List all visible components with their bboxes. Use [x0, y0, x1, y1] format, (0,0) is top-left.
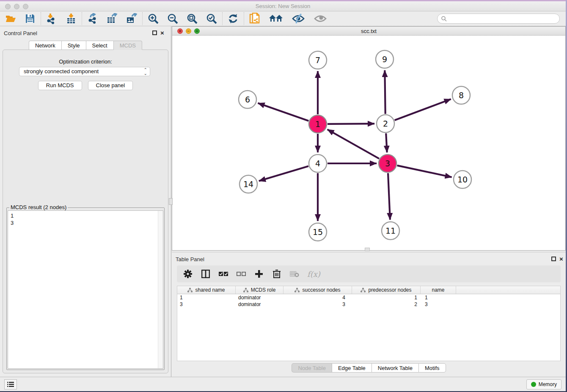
float-table-panel-icon[interactable] — [551, 257, 556, 261]
cell-name: 3 — [421, 301, 456, 308]
graph-edge-1-6[interactable] — [258, 103, 309, 121]
tab-style[interactable]: Style — [61, 41, 86, 50]
function-builder-icon[interactable]: f(x) — [307, 270, 320, 279]
criterion-select[interactable]: strongly connected component ⌃⌄ — [19, 67, 150, 76]
graph-node-label: 7 — [315, 55, 320, 65]
table-panel: Table Panel × f(x) shared n — [172, 252, 566, 377]
mcds-tab-content: Optimization criterion: strongly connect… — [3, 50, 168, 373]
cell-mcds-role: dominator — [236, 301, 284, 308]
tab-network[interactable]: Network — [29, 41, 61, 50]
refresh-icon[interactable] — [228, 13, 239, 24]
search-field[interactable] — [437, 14, 560, 24]
zoom-fit-icon[interactable] — [187, 13, 198, 24]
hierarchy-icon — [187, 288, 193, 293]
graph-edge-3-10[interactable] — [397, 166, 451, 177]
close-table-panel-icon[interactable]: × — [559, 255, 563, 262]
list-icon — [7, 381, 14, 387]
open-session-icon[interactable] — [249, 13, 260, 24]
select-all-checks-icon[interactable] — [218, 269, 228, 279]
mcds-result-title: MCDS result (2 nodes) — [9, 204, 68, 210]
columns-icon[interactable] — [201, 269, 211, 279]
table-panel-title: Table Panel — [176, 256, 204, 262]
control-panel-title: Control Panel — [4, 30, 37, 36]
column-header-mcds-role[interactable]: MCDS role — [236, 286, 284, 294]
cell-successor-nodes: 3 — [284, 301, 352, 308]
graph-edge-3-11[interactable] — [388, 173, 390, 220]
import-network-icon[interactable] — [46, 13, 57, 24]
table-header: shared name MCDS role successor nodes pr… — [177, 286, 560, 294]
graph-node-label: 3 — [385, 159, 390, 168]
app-title: Session: New Session — [0, 3, 566, 9]
float-panel-icon[interactable] — [152, 30, 157, 35]
cell-shared-name: 1 — [177, 294, 236, 301]
table-tabs: Node Table Edge Table Network Table Moti… — [172, 363, 566, 373]
export-network-icon[interactable] — [87, 13, 98, 24]
table-row[interactable]: 3 dominator 3 2 3 — [177, 301, 560, 308]
tab-motifs[interactable]: Motifs — [418, 363, 446, 373]
zoom-selected-icon[interactable] — [206, 13, 217, 24]
column-label: successor nodes — [302, 287, 340, 293]
control-panel-tabs: Network Style Select MCDS — [0, 41, 171, 50]
graph-edge-2-8[interactable] — [395, 99, 451, 120]
column-header-shared-name[interactable]: shared name — [177, 286, 236, 294]
tab-node-table[interactable]: Node Table — [292, 363, 332, 373]
delete-column-icon[interactable] — [272, 269, 282, 279]
graph-edge-2-3[interactable] — [386, 133, 387, 152]
add-column-icon[interactable] — [254, 269, 264, 279]
network-view-window: × − + scc.txt 7961284314101511 — [172, 26, 566, 251]
mcds-result-list[interactable]: 1 3 — [8, 210, 163, 369]
save-icon[interactable] — [25, 13, 36, 24]
column-label: MCDS role — [251, 287, 276, 293]
tab-network-table[interactable]: Network Table — [372, 363, 418, 373]
tab-edge-table[interactable]: Edge Table — [332, 363, 372, 373]
cell-predecessor-nodes: 1 — [352, 294, 421, 301]
column-label: name — [432, 287, 444, 293]
graph-edge-4-14[interactable] — [259, 166, 308, 181]
node-table[interactable]: shared name MCDS role successor nodes pr… — [177, 286, 561, 361]
tab-mcds[interactable]: MCDS — [113, 41, 142, 50]
desktop-edge-top — [0, 0, 567, 1]
optimization-criterion-label: Optimization criterion: — [3, 58, 168, 65]
hide-eye-icon[interactable] — [292, 13, 305, 24]
task-history-button[interactable] — [4, 379, 17, 389]
hierarchy-icon — [243, 288, 248, 293]
close-panel-button[interactable]: Close panel — [88, 81, 133, 90]
tab-select[interactable]: Select — [86, 41, 113, 50]
open-folder-icon[interactable] — [5, 13, 16, 24]
table-toolbar: f(x) — [177, 265, 561, 282]
graph-node-label: 6 — [245, 95, 250, 104]
close-panel-icon[interactable]: × — [160, 29, 164, 36]
column-header-name[interactable]: name — [421, 286, 456, 294]
gear-icon[interactable] — [183, 269, 193, 279]
split-pane-grip[interactable] — [365, 248, 370, 251]
zoom-in-icon[interactable] — [148, 13, 159, 24]
delete-table-icon[interactable] — [289, 269, 300, 279]
graph-node-label: 9 — [382, 55, 387, 64]
zoom-out-icon[interactable] — [167, 13, 178, 24]
result-line: 3 — [11, 219, 163, 226]
graph-node-label: 11 — [385, 226, 396, 235]
panel-divider-grip[interactable] — [169, 198, 173, 205]
graph-edge-2-9[interactable] — [385, 70, 385, 114]
memory-button[interactable]: Memory — [526, 379, 561, 389]
column-header-successor-nodes[interactable]: successor nodes — [284, 286, 352, 294]
select-stepper-icon: ⌃⌄ — [144, 68, 147, 75]
show-eye-icon[interactable] — [314, 13, 327, 24]
graph-node-label: 4 — [315, 159, 320, 168]
network-graph[interactable]: 7961284314101511 — [172, 36, 565, 250]
graph-edge-3-1[interactable] — [328, 130, 379, 159]
run-mcds-button[interactable]: Run MCDS — [38, 81, 82, 90]
network-window-titlebar[interactable]: × − + scc.txt — [172, 27, 565, 36]
network-canvas[interactable]: 7961284314101511 — [172, 36, 565, 250]
graph-node-label: 15 — [313, 227, 323, 237]
column-header-predecessor-nodes[interactable]: predecessor nodes — [352, 286, 421, 294]
home-networks-icon[interactable] — [269, 13, 283, 24]
export-table-icon[interactable] — [107, 13, 118, 24]
table-row[interactable]: 1 dominator 4 1 1 — [177, 294, 560, 301]
clear-checks-icon[interactable] — [236, 269, 246, 279]
graph-edge-1-2[interactable] — [328, 124, 374, 124]
hierarchy-icon — [361, 288, 366, 293]
import-table-icon[interactable] — [66, 13, 77, 24]
export-image-icon[interactable] — [126, 13, 137, 24]
result-scrollbar[interactable] — [158, 211, 163, 368]
